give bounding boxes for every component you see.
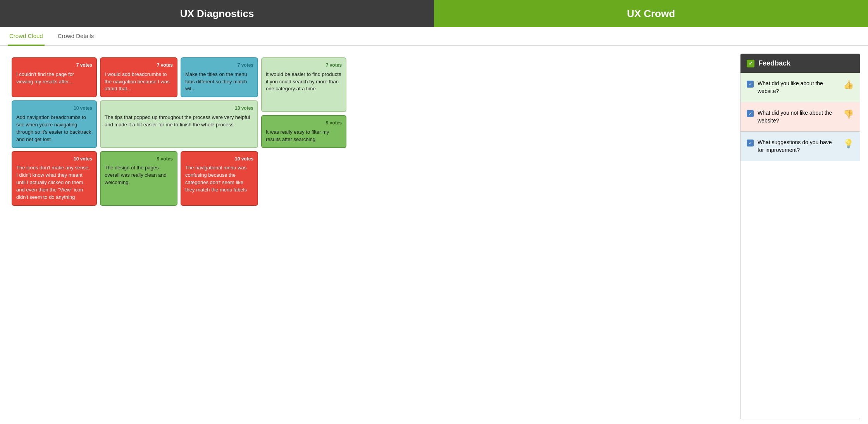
card-9-text: The design of the pages overall was real… xyxy=(105,164,173,186)
main-content: 7 votes I couldn't find the page for vie… xyxy=(0,46,868,424)
thumbs-up-icon: 👍 xyxy=(843,80,854,90)
card-3-votes: 7 votes xyxy=(185,62,253,69)
card-4-votes: 7 votes xyxy=(266,62,342,69)
tab-bar: Crowd Cloud Crowd Details xyxy=(0,27,868,46)
feedback-suggestions-text: What suggestions do you have for improve… xyxy=(758,139,839,154)
card-9-votes: 9 votes xyxy=(105,156,173,162)
card-6-votes: 13 votes xyxy=(105,105,253,112)
feedback-like-text: What did you like about the website? xyxy=(758,80,839,95)
lightbulb-icon: 💡 xyxy=(843,139,854,149)
tab-crowd-cloud[interactable]: Crowd Cloud xyxy=(8,27,45,46)
cloud-area: 7 votes I couldn't find the page for vie… xyxy=(8,53,732,419)
feedback-dislike-checkbox[interactable]: ✓ xyxy=(747,110,754,117)
card-5-text: Add navigation breadcrumbs to see when y… xyxy=(16,114,92,143)
card-3-text: Make the titles on the menu tabs differe… xyxy=(185,71,253,93)
thumbs-down-icon: 👎 xyxy=(843,109,854,119)
cards-grid: 7 votes I couldn't find the page for vie… xyxy=(8,53,732,210)
card-7-votes: 9 votes xyxy=(266,120,342,126)
card-6-text: The tips that popped up throughout the p… xyxy=(105,114,253,129)
card-1-votes: 7 votes xyxy=(16,62,92,69)
card-8-text: The icons don't make any sense, I didn't… xyxy=(16,164,92,201)
card-2[interactable]: 7 votes I would add breadcrumbs to the n… xyxy=(100,57,177,97)
sidebar-title: Feedback xyxy=(758,59,790,67)
card-4[interactable]: 7 votes It would be easier to find produ… xyxy=(261,57,346,112)
feedback-sidebar: ✓ Feedback ✓ What did you like about the… xyxy=(740,53,860,419)
card-1-text: I couldn't find the page for viewing my … xyxy=(16,71,92,86)
card-10[interactable]: 10 votes The navigational menu was confu… xyxy=(181,151,258,206)
feedback-like-checkbox[interactable]: ✓ xyxy=(747,81,754,88)
card-6[interactable]: 13 votes The tips that popped up through… xyxy=(100,100,258,148)
card-2-text: I would add breadcrumbs to the navigatio… xyxy=(105,71,173,93)
card-9[interactable]: 9 votes The design of the pages overall … xyxy=(100,151,177,206)
sidebar-checkbox-icon: ✓ xyxy=(747,60,754,67)
card-4-text: It would be easier to find products if y… xyxy=(266,71,342,93)
app-title: UX Diagnostics xyxy=(0,8,434,20)
card-10-votes: 10 votes xyxy=(185,156,253,162)
section-title: UX Crowd xyxy=(434,0,868,27)
card-7[interactable]: 9 votes It was really easy to filter my … xyxy=(261,115,346,148)
sidebar-header: ✓ Feedback xyxy=(741,54,860,73)
card-10-text: The navigational menu was confusing beca… xyxy=(185,164,253,193)
feedback-item-like[interactable]: ✓ What did you like about the website? 👍 xyxy=(741,73,860,102)
card-5-votes: 10 votes xyxy=(16,105,92,112)
feedback-item-suggestions[interactable]: ✓ What suggestions do you have for impro… xyxy=(741,132,860,161)
feedback-dislike-text: What did you not like about the website? xyxy=(758,109,839,124)
tab-crowd-details[interactable]: Crowd Details xyxy=(56,27,95,46)
card-1[interactable]: 7 votes I couldn't find the page for vie… xyxy=(12,57,97,97)
card-3[interactable]: 7 votes Make the titles on the menu tabs… xyxy=(181,57,258,97)
card-8[interactable]: 10 votes The icons don't make any sense,… xyxy=(12,151,97,206)
card-8-votes: 10 votes xyxy=(16,156,92,162)
feedback-item-dislike[interactable]: ✓ What did you not like about the websit… xyxy=(741,102,860,132)
app-header: UX Diagnostics UX Crowd xyxy=(0,0,868,27)
feedback-suggestions-checkbox[interactable]: ✓ xyxy=(747,140,754,147)
card-5[interactable]: 10 votes Add navigation breadcrumbs to s… xyxy=(12,100,97,148)
card-2-votes: 7 votes xyxy=(105,62,173,69)
card-7-text: It was really easy to filter my results … xyxy=(266,129,342,143)
